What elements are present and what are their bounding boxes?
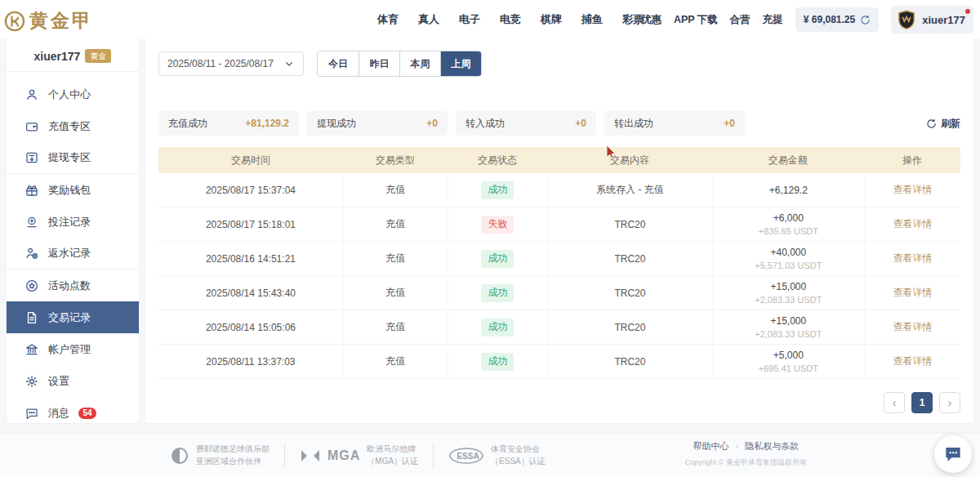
header-username: xiuer177 bbox=[922, 14, 965, 26]
period-tab[interactable]: 今日 bbox=[318, 51, 359, 76]
cell-action: 查看详情 bbox=[864, 345, 960, 378]
footer-link[interactable]: 帮助中心 bbox=[693, 440, 729, 452]
footer-right: 帮助中心 隐私权与条款 Copyright © 黄金甲体育集团版权所有 bbox=[685, 440, 807, 468]
view-details-link[interactable]: 查看详情 bbox=[893, 320, 933, 334]
table-row: 2025/08/16 14:51:21 充值 成功 TRC20 +40,000 … bbox=[158, 242, 960, 276]
top-header: 黄金甲 体育 真人 电子 电竞 棋牌 捕鱼 彩票 优惠 APP 下载 合营 充提… bbox=[0, 0, 980, 39]
balance-display[interactable]: ¥ 69,081.25 bbox=[795, 7, 879, 32]
pagination: ‹ 1 › bbox=[884, 392, 960, 413]
bank-icon bbox=[24, 342, 39, 357]
brand-logo-text: 黄金甲 bbox=[29, 8, 93, 33]
cell-amount: +5,000 +695.41 USDT bbox=[712, 345, 865, 378]
period-tab[interactable]: 本周 bbox=[399, 51, 440, 76]
header-link[interactable]: 合营 bbox=[730, 13, 751, 27]
view-details-link[interactable]: 查看详情 bbox=[893, 183, 933, 197]
summary-pill: 转出成功 +0 bbox=[604, 111, 745, 136]
header-link[interactable]: 充提 bbox=[763, 13, 783, 27]
page-number-button[interactable]: 1 bbox=[911, 392, 933, 413]
cell-status: 成功 bbox=[448, 173, 548, 207]
table-header-cell: 交易状态 bbox=[448, 154, 548, 167]
header-link[interactable]: 优惠 bbox=[641, 13, 662, 27]
avatar-shield-icon bbox=[896, 9, 917, 30]
sidebar-item[interactable]: 设置 bbox=[7, 365, 139, 397]
view-details-link[interactable]: 查看详情 bbox=[893, 286, 933, 300]
amount-main: +40,000 bbox=[770, 247, 806, 258]
brand-logo[interactable]: 黄金甲 bbox=[3, 8, 93, 33]
summary-pill: 提现成功 +0 bbox=[307, 111, 448, 136]
customer-service-button[interactable] bbox=[934, 435, 972, 473]
cell-amount: +15,000 +2,083.33 USDT bbox=[712, 276, 865, 310]
footer: 费耶诺德足球俱乐部 亚洲区域合作伙伴 MGA 欧洲马尔他牌 （MGA）认证 ES… bbox=[0, 433, 980, 477]
amount-main: +15,000 bbox=[770, 315, 806, 327]
period-tab[interactable]: 昨日 bbox=[359, 51, 399, 76]
table-row: 2025/08/14 15:43:40 充值 成功 TRC20 +15,000 … bbox=[158, 276, 960, 310]
transactions-panel: 2025/08/11 - 2025/08/17 今日 昨日 本周 上周 充值成功… bbox=[145, 39, 973, 423]
nav-item[interactable]: 捕鱼 bbox=[581, 12, 603, 27]
user-icon bbox=[24, 87, 39, 102]
cell-content: TRC20 bbox=[547, 207, 711, 241]
cell-action: 查看详情 bbox=[864, 207, 960, 241]
message-count-badge: 54 bbox=[78, 408, 96, 419]
sidebar-item[interactable]: 活动点数 bbox=[7, 270, 139, 301]
date-range-select[interactable]: 2025/08/11 - 2025/08/17 bbox=[158, 51, 304, 76]
nav-item[interactable]: 体育 bbox=[377, 12, 399, 27]
view-details-link[interactable]: 查看详情 bbox=[893, 217, 933, 231]
withdraw-icon bbox=[24, 150, 39, 165]
sidebar-item[interactable]: 返水记录 bbox=[7, 238, 139, 270]
sidebar-item[interactable]: 奖励钱包 bbox=[7, 174, 139, 206]
cell-content: TRC20 bbox=[547, 242, 711, 275]
sidebar-menu: 个人中心 充值专区 提现专区 奖励钱包 bbox=[7, 78, 139, 429]
next-page-button[interactable]: › bbox=[939, 392, 960, 413]
transactions-table: 交易时间 交易类型 交易状态 交易内容 交易金额 操作 2025/08/17 1… bbox=[158, 147, 960, 379]
vip-level-badge: 黄金 bbox=[85, 49, 111, 63]
date-range-value: 2025/08/11 - 2025/08/17 bbox=[167, 58, 274, 69]
status-badge: 成功 bbox=[481, 250, 514, 268]
table-header-cell: 交易类型 bbox=[343, 154, 448, 167]
nav-item[interactable]: 真人 bbox=[418, 12, 439, 27]
sidebar-item[interactable]: 充值专区 bbox=[7, 110, 139, 142]
certification-item: 费耶诺德足球俱乐部 亚洲区域合作伙伴 bbox=[170, 444, 284, 467]
table-header-cell: 交易内容 bbox=[547, 154, 711, 167]
view-details-link[interactable]: 查看详情 bbox=[893, 354, 933, 368]
amount-main: +5,000 bbox=[773, 350, 804, 361]
header-link[interactable]: APP 下载 bbox=[674, 13, 718, 27]
balance-refresh-icon[interactable] bbox=[860, 15, 871, 25]
table-header-cell: 操作 bbox=[864, 154, 960, 167]
sidebar-item[interactable]: 帐户管理 bbox=[7, 333, 139, 365]
cell-status: 失败 bbox=[448, 207, 548, 241]
footer-links: 帮助中心 隐私权与条款 bbox=[685, 440, 807, 452]
sidebar-item[interactable]: 消息 54 bbox=[7, 397, 139, 429]
cell-type: 充值 bbox=[343, 207, 448, 241]
period-tab[interactable]: 上周 bbox=[440, 51, 481, 76]
cell-content: TRC20 bbox=[547, 310, 711, 344]
nav-item[interactable]: 棋牌 bbox=[541, 12, 562, 27]
cell-content: TRC20 bbox=[547, 345, 711, 378]
amount-main: +6,000 bbox=[773, 212, 804, 224]
balance-amount: ¥ 69,081.25 bbox=[804, 14, 855, 25]
cell-type: 充值 bbox=[343, 173, 448, 207]
amount-main: +15,000 bbox=[770, 281, 806, 292]
amount-usdt: +2,083.33 USDT bbox=[755, 329, 822, 339]
cell-amount: +6,000 +835.65 USDT bbox=[712, 207, 865, 241]
sidebar-item[interactable]: 提现专区 bbox=[7, 142, 139, 174]
cell-status: 成功 bbox=[448, 242, 548, 275]
table-row: 2025/08/14 15:05:06 充值 成功 TRC20 +15,000 … bbox=[158, 310, 960, 345]
sidebar-item[interactable]: 个人中心 bbox=[7, 78, 139, 110]
footer-link[interactable]: 隐私权与条款 bbox=[736, 440, 800, 452]
nav-item[interactable]: 电竞 bbox=[500, 12, 521, 27]
sidebar-item[interactable]: 投注记录 bbox=[7, 206, 139, 238]
view-details-link[interactable]: 查看详情 bbox=[893, 252, 933, 265]
amount-usdt: +835.65 USDT bbox=[759, 226, 818, 236]
certification-item: MGA 欧洲马尔他牌 （MGA）认证 bbox=[284, 444, 433, 467]
table-header-row: 交易时间 交易类型 交易状态 交易内容 交易金额 操作 bbox=[158, 147, 960, 173]
nav-item[interactable]: 电子 bbox=[459, 12, 480, 27]
chat-bubble-icon bbox=[942, 444, 964, 465]
footer-certifications: 费耶诺德足球俱乐部 亚洲区域合作伙伴 MGA 欧洲马尔他牌 （MGA）认证 ES… bbox=[170, 444, 560, 467]
copyright-text: Copyright © 黄金甲体育集团版权所有 bbox=[685, 457, 807, 468]
user-menu[interactable]: xiuer177 bbox=[891, 6, 973, 33]
prev-page-button[interactable]: ‹ bbox=[884, 392, 905, 413]
amount-usdt: +2,083.33 USDT bbox=[755, 295, 822, 305]
sidebar-item[interactable]: 交易记录 bbox=[7, 301, 139, 333]
refresh-button[interactable]: 刷新 bbox=[926, 117, 960, 131]
chat-icon bbox=[24, 406, 39, 421]
